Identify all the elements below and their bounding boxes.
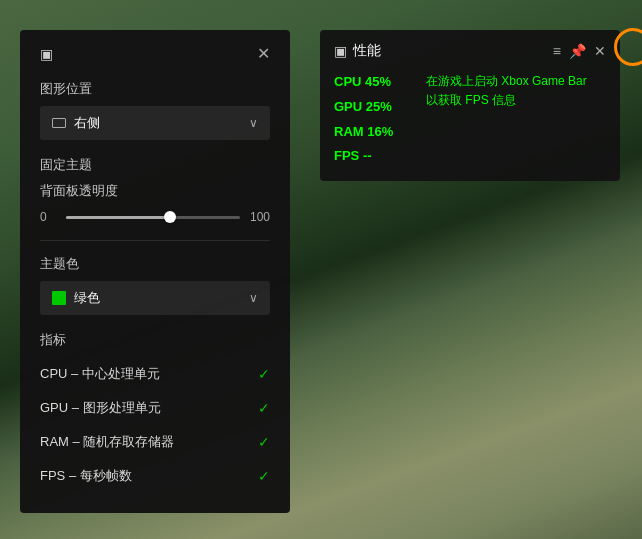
slider-fill: [66, 216, 170, 219]
indicator-gpu-label: GPU – 图形处理单元: [40, 399, 161, 417]
indicators-section: 指标 CPU – 中心处理单元 ✓ GPU – 图形处理单元 ✓ RAM – 随…: [40, 331, 270, 493]
position-dropdown[interactable]: 右侧 ∨: [40, 106, 270, 140]
slider-max-label: 100: [250, 210, 270, 224]
color-value: 绿色: [74, 289, 100, 307]
settings-panel-icon: ▣: [40, 46, 53, 62]
perf-content: CPU 45% GPU 25% RAM 16% FPS -- 在游戏上启动 Xb…: [334, 72, 606, 167]
indicator-cpu: CPU – 中心处理单元 ✓: [40, 357, 270, 391]
settings-panel-header: ▣ ✕: [40, 46, 270, 62]
color-swatch: [52, 291, 66, 305]
indicator-fps: FPS – 每秒帧数 ✓: [40, 459, 270, 493]
perf-message-line2: 以获取 FPS 信息: [426, 93, 516, 107]
theme-color-section: 主题色 绿色 ∨: [40, 255, 270, 315]
perf-close-button[interactable]: ✕: [594, 43, 606, 59]
transparency-slider[interactable]: [66, 216, 240, 219]
perf-message-line1: 在游戏上启动 Xbox Game Bar: [426, 74, 587, 88]
performance-panel: ▣ 性能 ≡ 📌 ✕ CPU 45% GPU 25% RAM 16% FPS -…: [320, 30, 620, 181]
theme-color-label: 主题色: [40, 255, 270, 273]
fixed-theme-label: 固定主题: [40, 156, 270, 174]
perf-stats: CPU 45% GPU 25% RAM 16% FPS --: [334, 72, 414, 167]
position-value: 右侧: [74, 114, 100, 132]
indicators-label: 指标: [40, 331, 270, 349]
slider-min-label: 0: [40, 210, 56, 224]
perf-panel-icon: ▣: [334, 43, 347, 59]
transparency-section: 背面板透明度 0 100: [40, 182, 270, 224]
indicator-cpu-check[interactable]: ✓: [258, 366, 270, 382]
settings-panel: ▣ ✕ 图形位置 右侧 ∨ 固定主题 背面板透明度 0 100 主题色 绿色: [20, 30, 290, 513]
indicator-cpu-label: CPU – 中心处理单元: [40, 365, 160, 383]
perf-pin-icon[interactable]: 📌: [569, 43, 586, 59]
stat-ram: RAM 16%: [334, 122, 414, 143]
divider-1: [40, 240, 270, 241]
slider-thumb: [164, 211, 176, 223]
stat-gpu: GPU 25%: [334, 97, 414, 118]
indicator-fps-check[interactable]: ✓: [258, 468, 270, 484]
transparency-slider-row: 0 100: [40, 210, 270, 224]
indicator-gpu: GPU – 图形处理单元 ✓: [40, 391, 270, 425]
indicator-ram: RAM – 随机存取存储器 ✓: [40, 425, 270, 459]
position-section-label: 图形位置: [40, 80, 270, 98]
indicator-ram-label: RAM – 随机存取存储器: [40, 433, 174, 451]
monitor-icon: [52, 118, 66, 128]
color-chevron-icon: ∨: [249, 291, 258, 305]
settings-close-button[interactable]: ✕: [257, 46, 270, 62]
perf-message: 在游戏上启动 Xbox Game Bar 以获取 FPS 信息: [426, 72, 606, 167]
indicator-gpu-check[interactable]: ✓: [258, 400, 270, 416]
transparency-label: 背面板透明度: [40, 182, 270, 200]
indicator-fps-label: FPS – 每秒帧数: [40, 467, 132, 485]
indicator-ram-check[interactable]: ✓: [258, 434, 270, 450]
stat-fps: FPS --: [334, 146, 414, 167]
perf-panel-title: 性能: [353, 42, 381, 60]
position-chevron-icon: ∨: [249, 116, 258, 130]
color-dropdown[interactable]: 绿色 ∨: [40, 281, 270, 315]
stat-cpu: CPU 45%: [334, 72, 414, 93]
perf-panel-header: ▣ 性能 ≡ 📌 ✕: [334, 42, 606, 60]
perf-settings-icon[interactable]: ≡: [553, 43, 561, 59]
